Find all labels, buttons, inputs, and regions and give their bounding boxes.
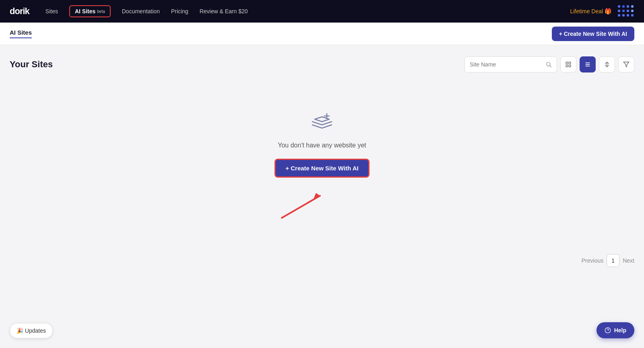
svg-marker-10 bbox=[623, 62, 629, 67]
search-box[interactable] bbox=[464, 56, 557, 72]
navbar-right: Lifetime Deal 🎁 bbox=[570, 5, 634, 17]
help-label: Help bbox=[614, 327, 626, 334]
svg-rect-3 bbox=[569, 62, 571, 64]
svg-rect-5 bbox=[569, 65, 571, 67]
help-button[interactable]: Help bbox=[597, 322, 634, 338]
main-content: Your Sites bbox=[0, 45, 644, 348]
layers-icon bbox=[309, 110, 335, 135]
search-icon bbox=[545, 61, 552, 68]
updates-button[interactable]: 🎉 Updates bbox=[10, 323, 53, 338]
filter-button[interactable] bbox=[618, 56, 634, 72]
pagination-next[interactable]: Next bbox=[623, 257, 634, 264]
list-view-icon bbox=[584, 61, 591, 68]
empty-message: You don't have any website yet bbox=[278, 142, 366, 149]
nav-link-review[interactable]: Review & Earn $20 bbox=[200, 8, 248, 14]
svg-line-1 bbox=[550, 66, 551, 67]
svg-rect-2 bbox=[566, 62, 568, 64]
nav-link-ai-sites[interactable]: AI Sites beta bbox=[69, 5, 111, 17]
sort-icon bbox=[604, 61, 610, 68]
help-icon bbox=[605, 327, 611, 334]
nav-links: Sites AI Sites beta Documentation Pricin… bbox=[45, 5, 557, 17]
pagination-previous[interactable]: Previous bbox=[582, 257, 603, 264]
pagination: Previous 1 Next bbox=[10, 248, 634, 273]
navbar: dorik Sites AI Sites beta Documentation … bbox=[0, 0, 644, 23]
search-input[interactable] bbox=[470, 61, 542, 68]
grid-view-button[interactable] bbox=[560, 56, 576, 72]
logo[interactable]: dorik bbox=[10, 6, 29, 17]
filter-icon bbox=[623, 61, 630, 68]
arrow-svg bbox=[242, 178, 402, 222]
annotation-arrow bbox=[242, 178, 402, 222]
nav-link-docs[interactable]: Documentation bbox=[122, 8, 160, 14]
page-title-row: Your Sites bbox=[10, 56, 634, 72]
sub-header: AI Sites + Create New Site With AI bbox=[0, 23, 644, 45]
empty-state: You don't have any website yet + Create … bbox=[10, 85, 634, 238]
list-view-button[interactable] bbox=[580, 56, 596, 72]
toolbar-right bbox=[464, 56, 634, 72]
page-title: Your Sites bbox=[10, 59, 53, 70]
sort-button[interactable] bbox=[599, 56, 615, 72]
lifetime-deal-link[interactable]: Lifetime Deal 🎁 bbox=[570, 8, 611, 14]
create-new-site-header-button[interactable]: + Create New Site With AI bbox=[552, 27, 634, 41]
sub-header-title: AI Sites bbox=[10, 29, 32, 38]
empty-icon bbox=[309, 110, 335, 135]
pagination-current[interactable]: 1 bbox=[607, 254, 619, 267]
grid-view-icon bbox=[565, 61, 572, 68]
nav-link-sites[interactable]: Sites bbox=[45, 8, 58, 14]
nav-link-pricing[interactable]: Pricing bbox=[171, 8, 188, 14]
create-new-site-button[interactable]: + Create New Site With AI bbox=[275, 159, 369, 178]
svg-point-0 bbox=[547, 62, 550, 66]
create-button-wrapper: + Create New Site With AI bbox=[275, 159, 369, 178]
grid-icon[interactable] bbox=[618, 5, 634, 17]
svg-rect-4 bbox=[566, 65, 568, 67]
